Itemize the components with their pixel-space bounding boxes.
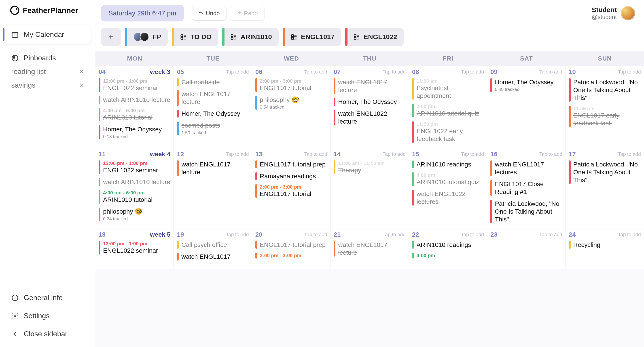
calendar-event[interactable]: Homer, The Odyssey — [334, 97, 406, 107]
calendar-event[interactable]: Patricia Lockwood, "No One Is Talking Ab… — [569, 160, 641, 185]
day-cell[interactable]: 24Tap to addRecycling — [566, 229, 644, 269]
calendar-event[interactable]: 11:00 am - 11:50 amTherapy — [334, 160, 406, 175]
redo-button[interactable]: Redo — [230, 6, 264, 21]
day-cell[interactable]: 17Tap to addPatricia Lockwood, "No One I… — [566, 148, 644, 229]
calendar-event[interactable]: 11:00 amPsychiatrist appointment — [412, 77, 484, 100]
day-cell[interactable]: 16Tap to addwatch ENGL1017 lecturesENGL1… — [487, 148, 566, 229]
calendar-event[interactable]: 11:59 pmENGL1017 early feedback task — [569, 105, 641, 128]
day-cell[interactable]: 23Tap to add — [487, 229, 566, 269]
calendar-event[interactable]: philosophy 🤓0:34 tracked — [98, 207, 170, 222]
calendar-event[interactable]: watch ENGL1017 lecture — [177, 160, 249, 177]
calendar-event[interactable]: watch ARIN1010 lecture — [98, 177, 170, 187]
nav-close-sidebar[interactable]: Close sidebar — [4, 325, 91, 343]
tap-to-add[interactable]: Tap to add — [539, 232, 562, 238]
day-cell[interactable]: 12Tap to addwatch ENGL1017 lecture — [174, 148, 252, 229]
calendar-event[interactable]: 2:00 pm - 3:00 pmENGL1017 tutorial — [255, 77, 327, 93]
day-cell[interactable]: 07Tap to addwatch ENGL1017 lectureHomer,… — [330, 66, 409, 148]
pinboard-item[interactable]: reading list✕ — [4, 65, 91, 78]
calendar-event[interactable]: Recycling — [569, 240, 641, 250]
day-cell[interactable]: 19Tap to addCall psych officewatch ENGL1… — [174, 229, 252, 269]
tap-to-add[interactable]: Tap to add — [382, 69, 406, 75]
tap-to-add[interactable]: Tap to add — [226, 232, 249, 238]
calendar-event[interactable]: watch ENGL1017 lectures — [490, 160, 562, 177]
calendar-event[interactable]: socmed posts1:50 tracked — [177, 121, 249, 136]
calendar-event[interactable]: watch ENGL1022 lectures — [412, 189, 484, 206]
day-cell[interactable]: 09Tap to addHomer, The Odyssey0:49 track… — [487, 66, 566, 148]
tap-to-add[interactable]: Tap to add — [304, 69, 327, 75]
calendar-event[interactable]: 2:00 pm - 3:00 pmENGL1017 tutorial — [255, 183, 327, 199]
calendar-event[interactable]: ENGL1017 tutorial prep — [255, 160, 327, 169]
close-icon[interactable]: ✕ — [79, 81, 84, 89]
day-cell[interactable]: 06Tap to add2:00 pm - 3:00 pmENGL1017 tu… — [252, 66, 330, 148]
tap-to-add[interactable]: Tap to add — [226, 69, 249, 75]
tap-to-add[interactable]: Tap to add — [226, 151, 249, 157]
calendar-event[interactable]: 4:00 pmARIN1010 tutorial quiz — [412, 103, 484, 118]
current-datetime[interactable]: Saturday 29th 6:47 pm — [101, 5, 184, 21]
tap-to-add[interactable]: Tap to add — [304, 151, 327, 157]
calendar-event[interactable]: 4:00 pm - 6:00 pmARIN1010 tutorial — [98, 107, 170, 122]
day-cell[interactable]: 18week 512:00 pm - 1:00 pmENGL1022 semin… — [96, 229, 174, 269]
day-cell[interactable]: 21Tap to addwatch ENGL1017 lecture — [330, 229, 409, 269]
calendar-event[interactable]: 12:00 pm - 1:00 pmENGL1022 seminar — [98, 240, 170, 255]
calendar-event[interactable]: 4:00 pm — [412, 252, 484, 259]
calendar-event[interactable]: Call psych office — [177, 240, 249, 250]
tap-to-add[interactable]: Tap to add — [304, 232, 327, 238]
calendar-event[interactable]: watch ENGL1017 lecture — [177, 89, 249, 107]
calendar-event[interactable]: 12:00 pm - 1:00 pmENGL1022 seminar — [98, 77, 170, 93]
calendar-event[interactable]: ARIN1010 readings — [412, 240, 484, 250]
tab-engl1022[interactable]: ENGL1022 — [345, 28, 404, 46]
tap-to-add[interactable]: Tap to add — [382, 151, 406, 157]
tap-to-add[interactable]: Tap to add — [461, 69, 484, 75]
tap-to-add[interactable]: Tap to add — [461, 151, 484, 157]
calendar-event[interactable]: ARIN1010 readings — [412, 160, 484, 169]
tap-to-add[interactable]: Tap to add — [618, 69, 641, 75]
tap-to-add[interactable]: Tap to add — [382, 232, 406, 238]
calendar-event[interactable]: 2:00 pm - 3:00 pm — [255, 252, 327, 259]
calendar-event[interactable]: ENGL1017 Close Reading #1 — [490, 179, 562, 197]
calendar-event[interactable]: Homer, The Odyssey0:49 tracked — [490, 77, 562, 93]
undo-button[interactable]: Undo — [192, 6, 226, 21]
day-cell[interactable]: 04week 312:00 pm - 1:00 pmENGL1022 semin… — [96, 66, 174, 148]
nav-general-info[interactable]: General info — [4, 289, 91, 306]
tab-to-do[interactable]: TO DO — [172, 28, 218, 46]
day-cell[interactable]: 05Tap to addCall northsidewatch ENGL1017… — [174, 66, 252, 148]
day-cell[interactable]: 20Tap to addENGL1017 tutorial prep2:00 p… — [252, 229, 330, 269]
close-icon[interactable]: ✕ — [79, 68, 84, 75]
calendar-event[interactable]: Call northside — [177, 77, 249, 87]
nav-pinboards[interactable]: Pinboards — [4, 44, 91, 65]
calendar-event[interactable]: 4:00 pm - 6:00 pmARIN1010 tutorial — [98, 189, 170, 204]
calendar-event[interactable]: watch ARIN1010 lecture — [98, 95, 170, 105]
day-cell[interactable]: 11week 412:00 pm - 1:00 pmENGL1022 semin… — [96, 148, 174, 229]
calendar-event[interactable]: Patricia Lockwood, "No One Is Talking Ab… — [569, 77, 641, 103]
calendar-event[interactable]: Homer, The Odyssey0:18 tracked — [98, 124, 170, 140]
day-cell[interactable]: 22Tap to addARIN1010 readings4:00 pm — [409, 229, 487, 269]
calendar-event[interactable]: Homer, The Odyssey — [177, 109, 249, 118]
tab-fp[interactable]: FP — [125, 28, 168, 46]
day-cell[interactable]: 10Tap to addPatricia Lockwood, "No One I… — [566, 66, 644, 148]
calendar-event[interactable]: watch ENGL1022 lecture — [334, 109, 406, 126]
tab-arin1010[interactable]: ARIN1010 — [222, 28, 278, 46]
calendar-event[interactable]: Ramayana readings — [255, 171, 327, 181]
day-cell[interactable]: 15Tap to addARIN1010 readings4:00 pmARIN… — [409, 148, 487, 229]
calendar-event[interactable]: watch ENGL1017 — [177, 252, 249, 261]
day-cell[interactable]: 13Tap to addENGL1017 tutorial prepRamaya… — [252, 148, 330, 229]
tab-engl1017[interactable]: ENGL1017 — [283, 28, 341, 46]
pinboard-item[interactable]: savings✕ — [4, 78, 91, 92]
calendar-event[interactable]: watch ENGL1017 lecture — [334, 77, 406, 95]
app-logo[interactable]: FeatherPlanner — [4, 5, 91, 15]
calendar-event[interactable]: ENGL1017 tutorial prep — [255, 240, 327, 250]
calendar-event[interactable]: 4:00 pmARIN1010 tutorial quiz — [412, 171, 484, 187]
calendar-event[interactable]: 12:00 pm - 1:00 pmENGL1022 seminar — [98, 160, 170, 175]
tap-to-add[interactable]: Tap to add — [618, 232, 641, 238]
calendar-event[interactable]: philosophy 🤓0:54 tracked — [255, 95, 327, 111]
tap-to-add[interactable]: Tap to add — [539, 69, 562, 75]
user-menu[interactable]: Student @student — [592, 6, 635, 20]
tap-to-add[interactable]: Tap to add — [461, 232, 484, 238]
calendar-event[interactable]: Patricia Lockwood, "No One Is Talking Ab… — [490, 199, 562, 224]
nav-my-calendar[interactable]: My Calendar — [4, 25, 91, 44]
nav-settings[interactable]: Settings — [4, 307, 91, 325]
calendar-event[interactable]: 11:59 pmENGL1022 early feedback task — [412, 120, 484, 144]
day-cell[interactable]: 14Tap to add11:00 am - 11:50 amTherapy — [330, 148, 409, 229]
tap-to-add[interactable]: Tap to add — [539, 151, 562, 157]
calendar-event[interactable]: watch ENGL1017 lecture — [334, 240, 406, 257]
